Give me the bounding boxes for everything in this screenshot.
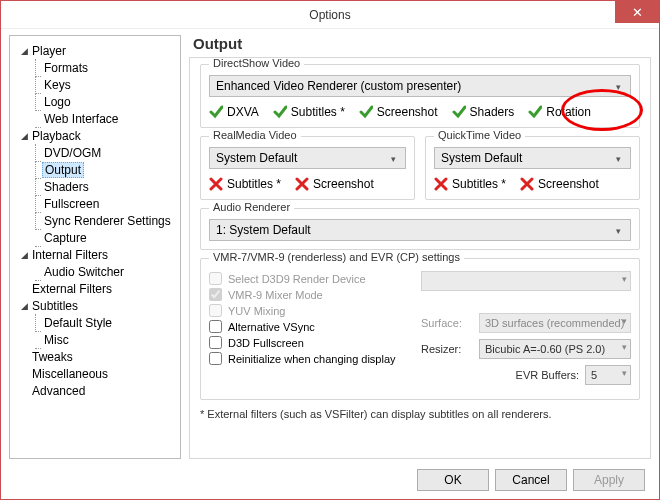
page-header: Output (193, 35, 651, 52)
audio-renderer-combo[interactable]: 1: System Default ▾ (209, 219, 631, 241)
tree-item[interactable]: Capture (14, 229, 180, 246)
close-icon: ✕ (632, 5, 643, 20)
tree-subtitles[interactable]: ◢ Subtitles (14, 297, 180, 314)
group-legend: RealMedia Video (209, 129, 301, 141)
chevron-down-icon: ▾ (610, 151, 626, 167)
flag-dxva: DXVA (209, 105, 259, 119)
chevron-down-icon: ▾ (622, 342, 627, 352)
ok-button[interactable]: OK (417, 469, 489, 491)
tree-internal-filters[interactable]: ◢ Internal Filters (14, 246, 180, 263)
nav-tree[interactable]: ◢ Player Formats Keys Logo Web Interface… (9, 35, 181, 459)
chevron-down-icon: ▾ (622, 274, 627, 284)
dialog-buttons: OK Cancel Apply (417, 469, 645, 491)
footnote: * External filters (such as VSFilter) ca… (200, 408, 640, 420)
directshow-flags: DXVA Subtitles * Screenshot Shaders Rota… (209, 105, 631, 119)
chevron-down-icon: ▾ (622, 368, 627, 378)
x-icon (209, 177, 223, 191)
reinit-display-checkbox[interactable]: Reinitialize when changing display (209, 352, 411, 365)
tree-item[interactable]: Fullscreen (14, 195, 180, 212)
tree-tweaks[interactable]: Tweaks (14, 348, 180, 365)
flag-shaders: Shaders (452, 105, 515, 119)
resizer-combo[interactable]: Bicubic A=-0.60 (PS 2.0)▾ (479, 339, 631, 359)
vmr-group: VMR-7/VMR-9 (renderless) and EVR (CP) se… (200, 258, 640, 400)
flag-subtitles: Subtitles * (273, 105, 345, 119)
content-area: Output DirectShow Video Enhanced Video R… (189, 35, 651, 459)
check-icon (452, 105, 466, 119)
chevron-down-icon: ▾ (610, 223, 626, 239)
qt-flag-screenshot: Screenshot (520, 177, 599, 191)
group-legend: VMR-7/VMR-9 (renderless) and EVR (CP) se… (209, 251, 464, 263)
surface-combo: 3D surfaces (recommended)▾ (479, 313, 631, 333)
group-legend: Audio Renderer (209, 201, 294, 213)
close-button[interactable]: ✕ (615, 1, 659, 23)
alt-vsync-checkbox[interactable]: Alternative VSync (209, 320, 411, 333)
group-legend: DirectShow Video (209, 57, 304, 69)
rm-flag-subtitles: Subtitles * (209, 177, 281, 191)
check-icon (209, 105, 223, 119)
collapse-icon: ◢ (18, 301, 30, 311)
tree-item[interactable]: Default Style (14, 314, 180, 331)
collapse-icon: ◢ (18, 46, 30, 56)
tree-miscellaneous[interactable]: Miscellaneous (14, 365, 180, 382)
x-icon (295, 177, 309, 191)
tree-item[interactable]: Web Interface (14, 110, 180, 127)
resizer-label: Resizer: (421, 343, 473, 355)
check-icon (273, 105, 287, 119)
output-panel: DirectShow Video Enhanced Video Renderer… (189, 57, 651, 459)
evr-buffers-combo[interactable]: 5▾ (585, 365, 631, 385)
rm-flag-screenshot: Screenshot (295, 177, 374, 191)
audio-renderer-group: Audio Renderer 1: System Default ▾ (200, 208, 640, 250)
qt-flag-subtitles: Subtitles * (434, 177, 506, 191)
cancel-button[interactable]: Cancel (495, 469, 567, 491)
apply-button: Apply (573, 469, 645, 491)
tree-item[interactable]: Misc (14, 331, 180, 348)
surface-label: Surface: (421, 317, 473, 329)
d3d9-device-combo: ▾ (421, 271, 631, 291)
flag-screenshot: Screenshot (359, 105, 438, 119)
tree-advanced[interactable]: Advanced (14, 382, 180, 399)
directshow-group: DirectShow Video Enhanced Video Renderer… (200, 64, 640, 128)
tree-item[interactable]: Keys (14, 76, 180, 93)
window-title: Options (309, 8, 350, 22)
select-d3d9-checkbox: Select D3D9 Render Device (209, 272, 411, 285)
check-icon (528, 105, 542, 119)
yuv-mixing-checkbox: YUV Mixing (209, 304, 411, 317)
quicktime-combo[interactable]: System Default ▾ (434, 147, 631, 169)
d3d-fullscreen-checkbox[interactable]: D3D Fullscreen (209, 336, 411, 349)
tree-player[interactable]: ◢ Player (14, 42, 180, 59)
tree-external-filters[interactable]: External Filters (14, 280, 180, 297)
realmedia-combo[interactable]: System Default ▾ (209, 147, 406, 169)
directshow-combo[interactable]: Enhanced Video Renderer (custom presente… (209, 75, 631, 97)
collapse-icon: ◢ (18, 131, 30, 141)
chevron-down-icon: ▾ (385, 151, 401, 167)
tree-item[interactable]: Logo (14, 93, 180, 110)
tree-item[interactable]: DVD/OGM (14, 144, 180, 161)
x-icon (520, 177, 534, 191)
chevron-down-icon: ▾ (622, 316, 627, 326)
collapse-icon: ◢ (18, 250, 30, 260)
mixer-mode-checkbox: VMR-9 Mixer Mode (209, 288, 411, 301)
tree-item[interactable]: Sync Renderer Settings (14, 212, 180, 229)
options-window: Options ✕ ◢ Player Formats Keys Logo Web… (0, 0, 660, 500)
tree-item[interactable]: Formats (14, 59, 180, 76)
titlebar: Options ✕ (1, 1, 659, 29)
tree-item-output[interactable]: Output (14, 161, 180, 178)
quicktime-group: QuickTime Video System Default ▾ Subtitl… (425, 136, 640, 200)
tree-item[interactable]: Audio Switcher (14, 263, 180, 280)
chevron-down-icon: ▾ (610, 79, 626, 95)
evr-buffers-label: EVR Buffers: (516, 369, 579, 381)
group-legend: QuickTime Video (434, 129, 525, 141)
tree-playback[interactable]: ◢ Playback (14, 127, 180, 144)
x-icon (434, 177, 448, 191)
realmedia-group: RealMedia Video System Default ▾ Subtitl… (200, 136, 415, 200)
tree-item[interactable]: Shaders (14, 178, 180, 195)
check-icon (359, 105, 373, 119)
flag-rotation: Rotation (528, 105, 591, 119)
